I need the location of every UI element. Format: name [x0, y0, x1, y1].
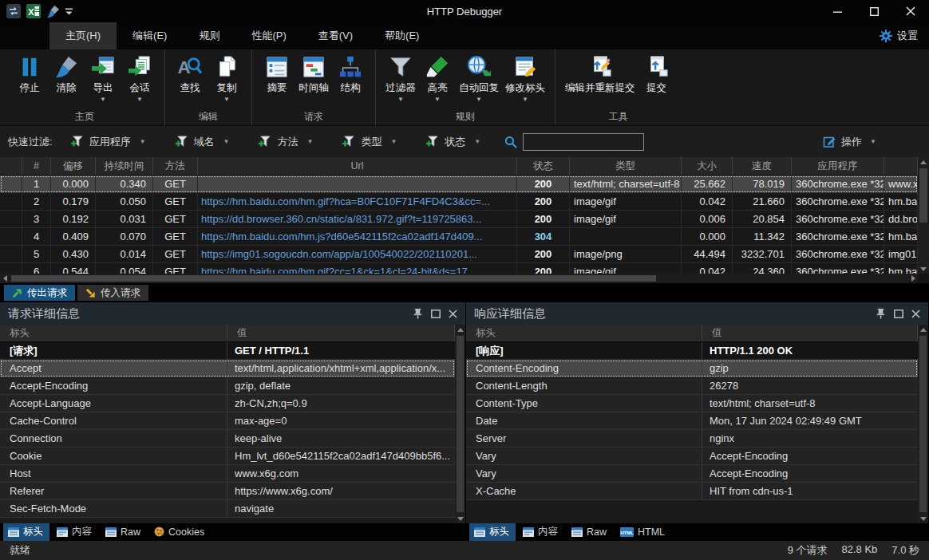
header-row[interactable]: Servernginx	[466, 430, 918, 448]
table-row[interactable]: 1 0.000 0.340 GET 200 text/html; charset…	[0, 175, 918, 193]
table-row[interactable]: 6 0.544 0.054 GET https://hm.baidu.com/h…	[0, 263, 918, 274]
stop-button[interactable]: 停止	[11, 53, 48, 104]
column-header-speed[interactable]: 速度	[733, 157, 792, 175]
filter-chip[interactable]: 类型▼	[342, 135, 397, 149]
customize-toolbar-icon[interactable]	[65, 7, 73, 16]
actions-button[interactable]: 操作 ▼	[823, 135, 921, 149]
minimize-button[interactable]	[819, 0, 856, 22]
menu-tab[interactable]: 帮助(E)	[369, 22, 435, 49]
scroll-up-arrow[interactable]	[919, 325, 928, 334]
header-row[interactable]: VaryAccept-Encoding	[466, 448, 918, 465]
scroll-thumb[interactable]	[457, 336, 464, 512]
column-header-type[interactable]: 类型	[570, 157, 682, 175]
header-row[interactable]: Accept-Encodinggzip, deflate	[0, 377, 455, 395]
filter-chip[interactable]: 应用程序▼	[70, 135, 146, 149]
header-row[interactable]: Sec-Fetch-Modenavigate	[0, 500, 455, 518]
pin-icon[interactable]	[876, 308, 886, 319]
header-row[interactable]: CookieHm_lvt_d60e542115f2ca02adf147d409b…	[0, 448, 455, 465]
tab-html[interactable]: HTMLHTML	[615, 525, 671, 540]
search-input[interactable]	[523, 133, 644, 151]
tab-content[interactable]: 内容	[518, 523, 564, 541]
summary-button[interactable]: 摘要	[259, 53, 295, 104]
column-header[interactable]	[0, 157, 22, 175]
close-button[interactable]	[892, 0, 929, 22]
header-row[interactable]: VaryAccept-Encoding	[466, 465, 918, 483]
header-row[interactable]: Connectionkeep-alive	[0, 430, 455, 448]
filter-chip[interactable]: 方法▼	[258, 135, 313, 149]
filter-chip[interactable]: 状态▼	[425, 135, 480, 149]
highlight-button[interactable]: 高亮▼	[419, 53, 456, 104]
table-row[interactable]: 3 0.192 0.031 GET https://dd.browser.360…	[0, 211, 918, 228]
column-header-url[interactable]: Url	[198, 157, 517, 175]
filter-button[interactable]: 过滤器▼	[382, 53, 419, 104]
menu-tab[interactable]: 主页(H)	[49, 22, 117, 49]
header-row[interactable]: Refererhttps://www.x6g.com/	[0, 483, 455, 500]
menu-tab[interactable]: 编辑(E)	[117, 22, 183, 49]
column-header-size[interactable]: 大小	[682, 157, 733, 175]
column-header-app[interactable]: 应用程序	[792, 157, 884, 175]
column-header-method[interactable]: 方法	[153, 157, 198, 175]
clear-quick-icon[interactable]	[46, 5, 60, 18]
filter-chip[interactable]: 域名▼	[175, 135, 230, 149]
menu-tab[interactable]: 查看(V)	[302, 22, 369, 49]
scroll-down-arrow[interactable]	[919, 264, 928, 274]
header-row[interactable]: Cache-Controlmax-age=0	[0, 412, 455, 430]
settings-button[interactable]: 设置	[880, 29, 929, 43]
kv-col-value[interactable]: 值	[227, 325, 455, 341]
find-button[interactable]: A 查找	[172, 53, 208, 104]
kv-col-value[interactable]: 值	[702, 325, 918, 341]
column-header-duration[interactable]: 持续时间	[96, 157, 153, 175]
tab-outgoing-requests[interactable]: 传出请求	[4, 285, 75, 301]
scroll-thumb[interactable]	[11, 275, 656, 282]
scroll-thumb[interactable]	[919, 336, 927, 512]
header-row[interactable]: [请求]GET / HTTP/1.1	[0, 342, 455, 360]
tab-raw[interactable]: Raw	[567, 525, 613, 540]
scroll-up-arrow[interactable]	[456, 325, 465, 334]
scroll-down-arrow[interactable]	[919, 514, 928, 523]
structure-button[interactable]: 结构	[332, 53, 369, 104]
kv-col-header[interactable]: 标头	[0, 325, 227, 341]
header-row[interactable]: Content-Length26278	[466, 377, 918, 395]
menu-tab[interactable]: 规则	[183, 22, 235, 49]
table-vertical-scrollbar[interactable]	[918, 157, 929, 274]
session-button[interactable]: 会话▼	[121, 53, 158, 104]
scroll-right-arrow[interactable]	[908, 274, 918, 283]
modify-headers-button[interactable]: 修改标头▼	[502, 53, 548, 104]
header-row[interactable]: Content-Typetext/html; charset=utf-8	[466, 395, 918, 412]
maximize-button[interactable]	[856, 0, 892, 22]
edit-resubmit-button[interactable]: 编辑并重新提交	[562, 53, 638, 104]
table-row[interactable]: 4 0.409 0.070 GET https://hm.baidu.com/h…	[0, 228, 918, 246]
response-panel-scrollbar[interactable]	[918, 325, 928, 523]
tab-incoming-requests[interactable]: 传入请求	[77, 285, 148, 301]
timeline-button[interactable]: 时间轴	[295, 53, 332, 104]
header-row[interactable]: Hostwww.x6g.com	[0, 465, 455, 483]
header-row[interactable]: X-CacheHIT from cdn-us-1	[466, 483, 918, 500]
column-header-domain[interactable]	[884, 157, 918, 175]
table-row[interactable]: 5 0.430 0.014 GET https://img01.sogoucdn…	[0, 246, 918, 263]
export-button[interactable]: 导出▼	[85, 53, 121, 104]
request-panel-scrollbar[interactable]	[455, 325, 465, 523]
header-row[interactable]: [响应]HTTP/1.1 200 OK	[466, 342, 918, 360]
header-row[interactable]: Accepttext/html,application/xhtml+xml,ap…	[0, 360, 455, 377]
header-row[interactable]: Content-Encodinggzip	[466, 360, 918, 377]
tab-headers[interactable]: 标头	[469, 523, 516, 541]
pin-icon[interactable]	[413, 308, 423, 319]
auto-reply-button[interactable]: 自动回复▼	[456, 53, 502, 104]
scroll-down-arrow[interactable]	[456, 514, 465, 523]
scroll-up-arrow[interactable]	[919, 157, 928, 167]
tab-raw[interactable]: Raw	[101, 525, 147, 540]
maximize-panel-icon[interactable]	[431, 310, 441, 318]
header-row[interactable]: DateMon, 17 Jun 2024 02:49:49 GMT	[466, 412, 918, 430]
tab-cookies[interactable]: Cookies	[149, 525, 211, 540]
clear-button[interactable]: 清除	[48, 53, 85, 104]
tab-headers[interactable]: 标头	[3, 523, 49, 541]
kv-col-header[interactable]: 标头	[466, 325, 702, 341]
scroll-thumb[interactable]	[919, 168, 927, 223]
tab-content[interactable]: 内容	[52, 523, 98, 541]
column-header-status[interactable]: 状态	[517, 157, 570, 175]
column-header-offset[interactable]: 偏移	[51, 157, 96, 175]
copy-button[interactable]: 复制▼	[208, 53, 245, 104]
scroll-left-arrow[interactable]	[0, 274, 10, 283]
table-row[interactable]: 2 0.179 0.050 GET https://hm.baidu.com/h…	[0, 193, 918, 211]
maximize-panel-icon[interactable]	[894, 310, 903, 318]
